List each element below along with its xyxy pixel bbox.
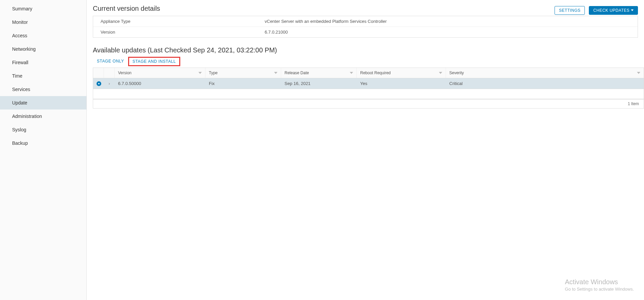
filter-icon[interactable] bbox=[350, 72, 353, 74]
details-value: vCenter Server with an embedded Platform… bbox=[265, 19, 387, 24]
details-row-version: Version 6.7.0.21000 bbox=[93, 27, 638, 37]
sidebar-item-backup[interactable]: Backup bbox=[0, 136, 86, 150]
col-select bbox=[93, 68, 104, 78]
row-select-cell bbox=[93, 79, 104, 88]
sidebar: Summary Monitor Access Networking Firewa… bbox=[0, 0, 87, 300]
expand-arrow-icon[interactable]: › bbox=[104, 79, 115, 88]
filter-icon[interactable] bbox=[274, 72, 277, 74]
sidebar-item-administration[interactable]: Administration bbox=[0, 110, 86, 123]
current-version-title: Current version details bbox=[93, 5, 160, 12]
sidebar-item-update[interactable]: Update bbox=[0, 96, 86, 110]
updates-table: Version Type Release Date Reboot Require… bbox=[93, 68, 644, 109]
sidebar-item-services[interactable]: Services bbox=[0, 83, 86, 96]
check-updates-label: CHECK UPDATES bbox=[593, 8, 630, 13]
stage-only-button[interactable]: STAGE ONLY bbox=[93, 57, 128, 66]
filter-icon[interactable] bbox=[439, 72, 442, 74]
row-reboot: Yes bbox=[357, 79, 446, 88]
table-footer: 1 Item bbox=[93, 99, 644, 108]
header-buttons: SETTINGS CHECK UPDATES bbox=[555, 6, 638, 15]
details-label: Version bbox=[93, 30, 265, 35]
sidebar-item-time[interactable]: Time bbox=[0, 69, 86, 83]
check-updates-button[interactable]: CHECK UPDATES bbox=[589, 6, 638, 15]
settings-button[interactable]: SETTINGS bbox=[555, 6, 585, 15]
col-reboot-header[interactable]: Reboot Required bbox=[357, 68, 446, 78]
col-severity-header[interactable]: Severity bbox=[446, 68, 644, 78]
col-type-label: Type bbox=[209, 71, 218, 75]
available-updates-title: Available updates (Last Checked Sep 24, … bbox=[93, 46, 644, 54]
chevron-down-icon bbox=[631, 9, 634, 11]
windows-activation-watermark: Activate Windows Go to Settings to activ… bbox=[565, 278, 634, 292]
sidebar-item-syslog[interactable]: Syslog bbox=[0, 123, 86, 136]
col-release-label: Release Date bbox=[285, 71, 309, 75]
col-version-header[interactable]: Version bbox=[115, 68, 205, 78]
col-severity-label: Severity bbox=[449, 71, 464, 75]
current-version-table: Appliance Type vCenter Server with an em… bbox=[93, 16, 638, 38]
row-type: Fix bbox=[205, 79, 281, 88]
radio-selected-icon[interactable] bbox=[97, 81, 101, 86]
col-expand bbox=[104, 68, 115, 78]
row-release: Sep 16, 2021 bbox=[281, 79, 357, 88]
filter-icon[interactable] bbox=[637, 72, 640, 74]
stage-and-install-button[interactable]: STAGE AND INSTALL bbox=[128, 57, 180, 66]
col-version-label: Version bbox=[118, 71, 131, 75]
header-row: Current version details SETTINGS CHECK U… bbox=[93, 5, 644, 16]
col-release-header[interactable]: Release Date bbox=[281, 68, 357, 78]
sidebar-item-access[interactable]: Access bbox=[0, 29, 86, 42]
details-row-appliance-type: Appliance Type vCenter Server with an em… bbox=[93, 16, 638, 27]
sidebar-item-firewall[interactable]: Firewall bbox=[0, 56, 86, 69]
action-links: STAGE ONLY STAGE AND INSTALL bbox=[93, 57, 644, 66]
details-label: Appliance Type bbox=[93, 19, 265, 24]
watermark-title: Activate Windows bbox=[565, 278, 634, 286]
blank-row bbox=[93, 89, 644, 99]
item-count: 1 Item bbox=[628, 101, 639, 106]
col-type-header[interactable]: Type bbox=[205, 68, 281, 78]
sidebar-item-summary[interactable]: Summary bbox=[0, 2, 86, 15]
watermark-subtitle: Go to Settings to activate Windows. bbox=[565, 287, 634, 292]
row-severity: Critical bbox=[446, 79, 644, 88]
row-version: 6.7.0.50000 bbox=[115, 79, 205, 88]
table-header: Version Type Release Date Reboot Require… bbox=[93, 68, 644, 78]
col-reboot-label: Reboot Required bbox=[360, 71, 391, 75]
sidebar-item-networking[interactable]: Networking bbox=[0, 42, 86, 56]
main-content: Current version details SETTINGS CHECK U… bbox=[87, 0, 644, 300]
details-value: 6.7.0.21000 bbox=[265, 30, 288, 35]
filter-icon[interactable] bbox=[198, 72, 202, 74]
sidebar-item-monitor[interactable]: Monitor bbox=[0, 15, 86, 29]
table-row[interactable]: › 6.7.0.50000 Fix Sep 16, 2021 Yes Criti… bbox=[93, 78, 644, 89]
